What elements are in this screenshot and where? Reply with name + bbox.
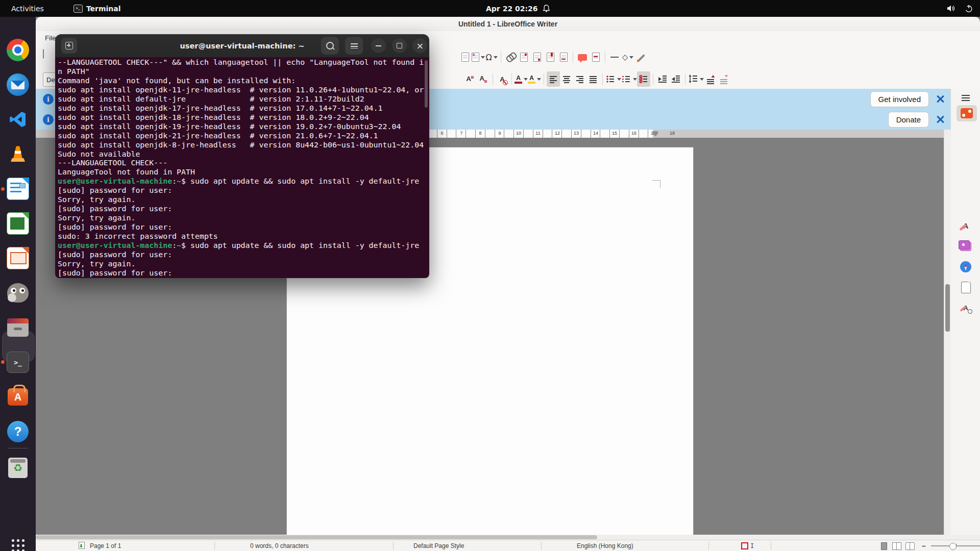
dock-item-libreoffice-impress[interactable] xyxy=(6,246,30,270)
ordered-list-button[interactable] xyxy=(621,71,637,87)
toolbar-separator xyxy=(511,73,512,85)
dock-item-vlc[interactable] xyxy=(6,142,30,166)
dock-item-files[interactable] xyxy=(6,315,30,340)
terminal-output[interactable]: --LANGUAGETOOL CHECK---" && which langua… xyxy=(55,58,429,278)
terminal-close-button[interactable] xyxy=(412,38,427,53)
terminal-line: Sorry, try again. xyxy=(58,260,429,269)
superscript-button[interactable]: AB xyxy=(463,71,477,87)
align-left-button[interactable] xyxy=(547,71,560,87)
dock-item-libreoffice-writer[interactable] xyxy=(6,177,30,201)
terminal-menu-button[interactable] xyxy=(345,37,363,55)
terminal-maximize-button[interactable] xyxy=(392,38,407,53)
increase-paragraph-spacing-button[interactable] xyxy=(704,71,717,87)
font-color-button[interactable]: A xyxy=(514,71,528,87)
save-status-button[interactable] xyxy=(78,540,85,551)
new-document-button[interactable] xyxy=(43,49,55,64)
dock-item-terminal[interactable]: >_ xyxy=(6,350,30,374)
show-draw-functions-button[interactable] xyxy=(634,49,648,65)
sidebar-tab-navigator[interactable] xyxy=(959,260,972,273)
view-multi-page-button[interactable] xyxy=(892,540,903,551)
dock-item-gimp[interactable] xyxy=(6,281,30,305)
show-applications-button[interactable] xyxy=(6,533,30,551)
zoom-slider[interactable] xyxy=(928,540,980,551)
zoom-out-button[interactable]: – xyxy=(922,540,926,551)
view-single-page-button[interactable] xyxy=(881,540,889,551)
insert-hyperlink-button[interactable] xyxy=(504,49,517,65)
no-list-button[interactable] xyxy=(637,71,650,87)
insert-comment-button[interactable] xyxy=(576,49,589,65)
dock-item-thunderbird[interactable] xyxy=(6,72,30,97)
menu-file[interactable]: File xyxy=(45,34,56,42)
view-book-button[interactable] xyxy=(905,540,915,551)
terminal-minimize-button[interactable] xyxy=(371,38,386,53)
horizontal-scrollbar-thumb[interactable] xyxy=(36,535,597,539)
insert-bookmark-button[interactable] xyxy=(544,49,557,65)
line-spacing-button[interactable] xyxy=(688,71,704,87)
chevron-down-icon xyxy=(524,78,528,81)
insert-text-box-button[interactable] xyxy=(458,49,472,65)
dock-item-chrome[interactable] xyxy=(6,38,30,62)
terminal-app-icon: >_ xyxy=(74,5,83,13)
terminal-line: [sudo] password for user: xyxy=(58,205,429,214)
insert-cross-reference-button[interactable] xyxy=(557,49,570,65)
toolbar-separator xyxy=(573,52,573,63)
page-count[interactable]: Page 1 of 1 xyxy=(90,540,121,551)
terminal-titlebar[interactable]: user@user-virtual-machine: ~ xyxy=(55,34,429,58)
highlight-color-button[interactable]: A xyxy=(528,71,541,87)
dock-item-help[interactable]: ? xyxy=(6,419,30,444)
dock-item-libreoffice-calc[interactable] xyxy=(6,211,30,236)
vertical-scrollbar-thumb[interactable] xyxy=(945,284,950,332)
subscript-button[interactable]: AB xyxy=(477,71,490,87)
track-changes-button[interactable] xyxy=(589,49,602,65)
terminal-scrollbar-thumb[interactable] xyxy=(425,60,428,108)
insert-field-button[interactable] xyxy=(472,49,485,65)
increase-indent-button[interactable] xyxy=(656,71,669,87)
insert-mode-indicator[interactable]: I xyxy=(741,540,754,551)
get-involved-button[interactable]: Get involved xyxy=(870,91,929,107)
infobar-close-icon[interactable] xyxy=(935,94,945,104)
infobar-close-icon[interactable] xyxy=(935,114,945,124)
page-style[interactable]: Default Page Style xyxy=(413,540,464,551)
hyperlink-icon xyxy=(505,53,516,62)
word-count[interactable]: 0 words, 0 characters xyxy=(250,540,309,551)
special-character-button[interactable]: Ω xyxy=(485,49,498,65)
activities-button[interactable]: Activities xyxy=(8,4,47,14)
vertical-scrollbar[interactable] xyxy=(944,130,951,535)
sidebar-tab-styles[interactable]: A xyxy=(959,219,972,233)
clear-formatting-button[interactable]: A xyxy=(496,71,509,87)
terminal-line: --LANGUAGETOOL CHECK---" && which langua… xyxy=(58,58,429,67)
insert-endnote-button[interactable] xyxy=(530,49,544,65)
sidebar-settings-icon[interactable] xyxy=(962,95,970,101)
horizontal-line-button[interactable] xyxy=(608,49,621,65)
dock-item-vscode[interactable] xyxy=(6,107,30,132)
decrease-paragraph-spacing-button[interactable] xyxy=(717,71,730,87)
statusbar-separator xyxy=(393,542,394,550)
dock-item-trash[interactable]: ♻ xyxy=(6,456,30,480)
dock-item-ubuntu-software[interactable]: A xyxy=(6,385,30,409)
donate-button[interactable]: Donate xyxy=(888,112,929,128)
horizontal-scrollbar[interactable] xyxy=(36,535,980,540)
insert-footnote-button[interactable] xyxy=(517,49,530,65)
basic-shapes-button[interactable]: ◇ xyxy=(621,49,634,65)
sidebar-tab-gallery[interactable] xyxy=(959,240,972,253)
sidebar-tab-style-inspector[interactable]: A xyxy=(959,301,972,314)
ubuntu-software-icon: A xyxy=(8,388,28,406)
app-menu[interactable]: >_ Terminal xyxy=(74,5,121,13)
font-color-icon: A xyxy=(514,75,522,84)
sidebar-tab-page[interactable] xyxy=(959,281,972,294)
align-center-button[interactable] xyxy=(560,71,573,87)
slash-circle-icon xyxy=(503,80,508,85)
system-status-area[interactable] xyxy=(947,0,973,17)
writer-titlebar[interactable]: Untitled 1 - LibreOffice Writer xyxy=(36,17,980,32)
sidebar-tab-properties[interactable] xyxy=(957,105,977,121)
prompt-user: user@user-virtual-machine xyxy=(58,177,172,186)
terminal-window[interactable]: user@user-virtual-machine: ~ --LANGUAGET… xyxy=(55,34,429,278)
terminal-search-button[interactable] xyxy=(321,37,339,55)
text-language[interactable]: English (Hong Kong) xyxy=(577,540,633,551)
clock-menu[interactable]: Apr 22 02:26 xyxy=(486,0,550,17)
unordered-list-button[interactable] xyxy=(605,71,621,87)
align-right-button[interactable] xyxy=(573,71,586,87)
align-justified-button[interactable] xyxy=(586,71,600,87)
decrease-indent-button[interactable] xyxy=(669,71,682,87)
zoom-slider-handle[interactable] xyxy=(949,543,957,550)
